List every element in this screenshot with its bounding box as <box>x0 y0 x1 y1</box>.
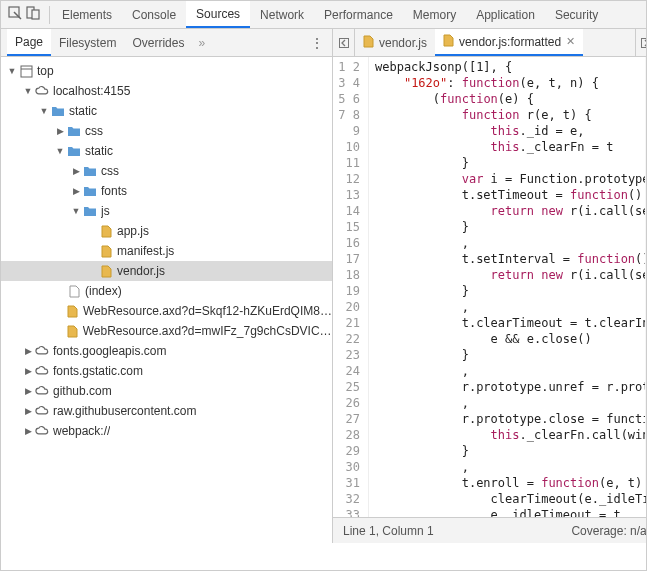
tree-item-label: manifest.js <box>117 244 174 258</box>
nav-tab-page[interactable]: Page <box>7 29 51 56</box>
expand-arrow-icon[interactable]: ▶ <box>23 406 33 416</box>
tree-item[interactable]: ▶github.com <box>1 381 332 401</box>
folder-icon <box>67 144 81 158</box>
more-tabs-icon[interactable]: » <box>192 36 211 50</box>
file-tab[interactable]: vendor.js:formatted✕ <box>435 29 583 56</box>
tree-item-label: js <box>101 204 110 218</box>
tree-item[interactable]: ▶css <box>1 161 332 181</box>
cloud-icon <box>35 84 49 98</box>
tree-item[interactable]: (index) <box>1 281 332 301</box>
device-toggle-icon[interactable] <box>25 5 41 24</box>
tabs-scroll-left-icon[interactable] <box>333 29 355 56</box>
tree-item[interactable]: ▶raw.githubusercontent.com <box>1 401 332 421</box>
ypage-icon <box>66 304 79 318</box>
svg-rect-2 <box>32 10 39 19</box>
panel-options-icon[interactable]: ⋮ <box>302 35 332 51</box>
inspect-icon[interactable] <box>7 5 23 24</box>
tree-item-label: static <box>85 144 113 158</box>
file-tabs: vendor.jsvendor.js:formatted✕ <box>333 29 647 57</box>
expand-arrow-icon[interactable]: ▶ <box>71 186 81 196</box>
file-tab[interactable]: vendor.js <box>355 29 435 56</box>
expand-arrow-icon[interactable]: ▶ <box>55 126 65 136</box>
cloud-icon <box>35 364 49 378</box>
file-icon <box>363 35 374 51</box>
tab-network[interactable]: Network <box>250 1 314 28</box>
expand-arrow-icon[interactable]: ▶ <box>23 366 33 376</box>
tree-item-label: css <box>101 164 119 178</box>
tree-item-label: top <box>37 64 54 78</box>
tab-memory[interactable]: Memory <box>403 1 466 28</box>
tree-item-label: fonts <box>101 184 127 198</box>
tree-item[interactable]: app.js <box>1 221 332 241</box>
cloud-icon <box>35 384 49 398</box>
expand-arrow-icon[interactable]: ▼ <box>7 66 17 76</box>
separator <box>49 6 50 24</box>
tree-item[interactable]: ▼static <box>1 101 332 121</box>
ypage-icon <box>99 224 113 238</box>
close-icon[interactable]: ✕ <box>566 35 575 48</box>
expand-arrow-icon[interactable]: ▼ <box>71 206 81 216</box>
tree-item-label: github.com <box>53 384 112 398</box>
tab-performance[interactable]: Performance <box>314 1 403 28</box>
tab-sources[interactable]: Sources <box>186 1 250 28</box>
expand-arrow-icon[interactable]: ▶ <box>23 386 33 396</box>
tree-item-label: static <box>69 104 97 118</box>
tab-elements[interactable]: Elements <box>52 1 122 28</box>
tab-security[interactable]: Security <box>545 1 608 28</box>
tree-item[interactable]: ▶fonts <box>1 181 332 201</box>
expand-arrow-icon[interactable]: ▼ <box>23 86 33 96</box>
tree-item-label: webpack:// <box>53 424 110 438</box>
file-tab-label: vendor.js <box>379 36 427 50</box>
tree-item[interactable]: WebResource.axd?d=mwIFz_7g9chCsDVICaiegI… <box>1 321 332 341</box>
ypage-icon <box>99 264 113 278</box>
tree-item[interactable]: ▶css <box>1 121 332 141</box>
tree-item[interactable]: ▼js <box>1 201 332 221</box>
tree-item[interactable]: ▼localhost:4155 <box>1 81 332 101</box>
expand-arrow-icon[interactable]: ▶ <box>71 166 81 176</box>
page-icon <box>67 284 81 298</box>
cursor-position: Line 1, Column 1 <box>343 524 434 538</box>
tree-item-label: app.js <box>117 224 149 238</box>
line-gutter: 1 2 3 4 5 6 7 8 9 10 11 12 13 14 15 16 1… <box>333 57 369 517</box>
tree-item-label: localhost:4155 <box>53 84 130 98</box>
cloud-icon <box>35 404 49 418</box>
svg-rect-5 <box>339 38 348 47</box>
tool-icons-group <box>1 5 47 24</box>
tree-item-label: WebResource.axd?d=mwIFz_7g9chCsDVICaiegI… <box>83 324 332 338</box>
tree-item-label: (index) <box>85 284 122 298</box>
tree-item[interactable]: ▶fonts.googleapis.com <box>1 341 332 361</box>
tree-item-label: fonts.gstatic.com <box>53 364 143 378</box>
ypage-icon <box>99 244 113 258</box>
tree-item-label: raw.githubusercontent.com <box>53 404 196 418</box>
file-icon <box>443 34 454 50</box>
coverage-status: Coverage: n/a <box>571 524 646 538</box>
nav-tab-overrides[interactable]: Overrides <box>124 29 192 56</box>
code-editor[interactable]: 1 2 3 4 5 6 7 8 9 10 11 12 13 14 15 16 1… <box>333 57 647 517</box>
folder-icon <box>67 124 81 138</box>
nav-tab-filesystem[interactable]: Filesystem <box>51 29 124 56</box>
tab-application[interactable]: Application <box>466 1 545 28</box>
tabs-scroll-right-icon[interactable] <box>635 29 647 56</box>
tree-item[interactable]: ▼top <box>1 61 332 81</box>
tree-item[interactable]: ▶fonts.gstatic.com <box>1 361 332 381</box>
tree-item[interactable]: vendor.js <box>1 261 332 281</box>
folder-icon <box>51 104 65 118</box>
folder-icon <box>83 164 97 178</box>
code-content[interactable]: webpackJsonp([1], { "162o": function(e, … <box>369 57 647 517</box>
tree-item[interactable]: manifest.js <box>1 241 332 261</box>
ypage-icon <box>66 324 79 338</box>
svg-rect-3 <box>21 66 32 77</box>
folder-icon <box>83 184 97 198</box>
expand-arrow-icon[interactable]: ▼ <box>39 106 49 116</box>
expand-arrow-icon[interactable]: ▶ <box>23 346 33 356</box>
tree-item-label: WebResource.axd?d=Skqf12-hZKuErdQIM8bIXM… <box>83 304 332 318</box>
folder-icon <box>83 204 97 218</box>
navigator-tabs: PageFilesystemOverrides » ⋮ <box>1 29 332 57</box>
tree-item[interactable]: WebResource.axd?d=Skqf12-hZKuErdQIM8bIXM… <box>1 301 332 321</box>
frame-icon <box>19 64 33 78</box>
expand-arrow-icon[interactable]: ▶ <box>23 426 33 436</box>
tree-item[interactable]: ▶webpack:// <box>1 421 332 441</box>
tab-console[interactable]: Console <box>122 1 186 28</box>
tree-item[interactable]: ▼static <box>1 141 332 161</box>
expand-arrow-icon[interactable]: ▼ <box>55 146 65 156</box>
